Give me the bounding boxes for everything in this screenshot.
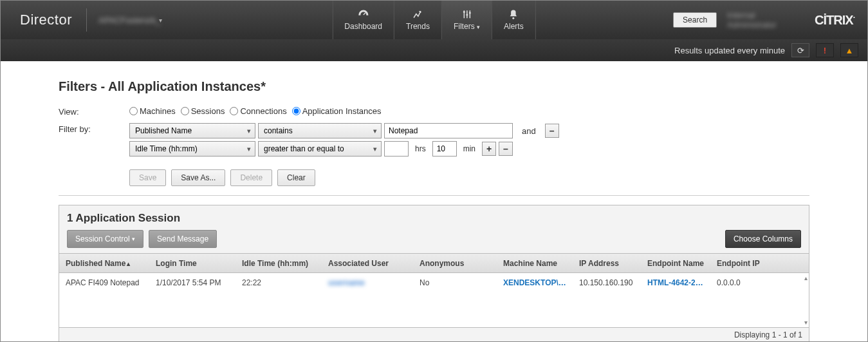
- col-endpoint-ip[interactable]: Endpoint IP: [710, 259, 779, 268]
- grid-body: APAC FI409 Notepad 1/10/2017 5:54 PM 22:…: [59, 273, 809, 327]
- trends-icon: [412, 9, 425, 21]
- view-label: View:: [59, 106, 129, 117]
- col-anonymous[interactable]: Anonymous: [413, 259, 497, 268]
- top-bar: Director APACFostersrb_ ▾ Dashboard Tren…: [1, 1, 867, 39]
- status-bar: Results updated every minute ⟳ ! ▲: [1, 39, 867, 61]
- filters-icon: [460, 9, 473, 21]
- svg-rect-3: [463, 10, 465, 18]
- filter-field-select[interactable]: Published Name: [129, 123, 255, 138]
- top-right: Search Internal Administrator CİTRIX·: [673, 10, 854, 30]
- brand: Director: [1, 12, 86, 28]
- page-title: Filters - All Application Instances*: [59, 79, 809, 94]
- sort-asc-icon: ▴: [127, 260, 130, 267]
- nav-alerts[interactable]: Alerts: [492, 1, 536, 39]
- chevron-down-icon: ▾: [132, 236, 135, 242]
- cell-endpoint-link[interactable]: HTML-4642-2677: [641, 278, 710, 287]
- nav-filters[interactable]: Filters ▾: [441, 1, 492, 39]
- results-panel: 1 Application Session Session Control ▾ …: [59, 205, 809, 342]
- filter-rows: Published Name contains and – Idle Time …: [129, 123, 559, 186]
- view-sessions[interactable]: Sessions: [181, 106, 225, 116]
- chevron-down-icon: ▾: [477, 24, 480, 30]
- view-machines[interactable]: Machines: [129, 106, 176, 116]
- col-ip-address[interactable]: IP Address: [573, 259, 641, 268]
- filter-actions: Save Save As... Delete Clear: [129, 169, 559, 186]
- citrix-logo: CİTRIX·: [815, 13, 854, 28]
- view-row: View: Machines Sessions Connections Appl…: [59, 106, 809, 117]
- nav-label: Filters ▾: [454, 22, 480, 31]
- col-machine-name[interactable]: Machine Name: [497, 259, 573, 268]
- results-header: 1 Application Session Session Control ▾ …: [59, 205, 809, 253]
- bell-icon: [508, 9, 519, 21]
- svg-point-6: [513, 17, 515, 19]
- filter-min-input[interactable]: [432, 141, 457, 157]
- session-control-button[interactable]: Session Control ▾: [67, 230, 143, 248]
- brand-divider: [86, 8, 87, 32]
- scroll-up-icon[interactable]: ▴: [804, 274, 808, 281]
- cell-endpoint-ip: 0.0.0.0: [710, 278, 779, 287]
- col-login-time[interactable]: Login Time: [149, 259, 235, 268]
- separator: [59, 195, 809, 196]
- exclamation-icon: !: [824, 46, 826, 55]
- filter-line-2: Idle Time (hh:mm) greater than or equal …: [129, 141, 559, 157]
- filter-op-select[interactable]: greater than or equal to: [258, 141, 382, 157]
- grid-footer: Displaying 1 - 1 of 1: [59, 327, 809, 341]
- filter-row: Filter by: Published Name contains and –…: [59, 123, 809, 186]
- add-filter-button[interactable]: +: [482, 142, 496, 156]
- cell-machine-link[interactable]: XENDESKTOP\ap-f40: [497, 278, 573, 287]
- col-associated-user[interactable]: Associated User: [322, 259, 413, 268]
- filter-value-input[interactable]: [384, 123, 513, 138]
- table-row[interactable]: APAC FI409 Notepad 1/10/2017 5:54 PM 22:…: [59, 273, 809, 292]
- nav-dashboard[interactable]: Dashboard: [332, 1, 394, 39]
- results-toolbar: Session Control ▾ Send Message Choose Co…: [67, 230, 801, 248]
- svg-rect-4: [466, 10, 468, 18]
- save-button: Save: [129, 169, 166, 186]
- choose-columns-button[interactable]: Choose Columns: [725, 230, 801, 248]
- filter-line-1: Published Name contains and –: [129, 123, 559, 138]
- nav-label: Trends: [406, 22, 430, 31]
- cell-anon: No: [413, 278, 497, 287]
- view-connections[interactable]: Connections: [230, 106, 286, 116]
- nav-label: Dashboard: [344, 22, 382, 31]
- and-label: and: [522, 126, 536, 136]
- view-app-instances[interactable]: Application Instances: [292, 106, 382, 116]
- refresh-icon: ⟳: [797, 46, 804, 55]
- filter-by-label: Filter by:: [59, 123, 129, 134]
- hrs-label: hrs: [415, 144, 426, 153]
- search-button[interactable]: Search: [673, 12, 717, 28]
- nav-label: Alerts: [504, 22, 524, 31]
- view-radio-group: Machines Sessions Connections Applicatio…: [129, 106, 382, 116]
- remove-filter-button[interactable]: –: [545, 124, 559, 138]
- warning-icon: ▲: [845, 46, 854, 55]
- critical-alerts-button[interactable]: !: [816, 43, 834, 57]
- nav-trends[interactable]: Trends: [394, 1, 441, 39]
- col-endpoint-name[interactable]: Endpoint Name: [641, 259, 710, 268]
- send-message-button[interactable]: Send Message: [149, 230, 217, 248]
- filter-hrs-input[interactable]: [384, 141, 409, 157]
- scroll-down-icon[interactable]: ▾: [804, 319, 808, 326]
- refresh-button[interactable]: ⟳: [791, 43, 809, 57]
- clear-button[interactable]: Clear: [277, 169, 315, 186]
- cell-published: APAC FI409 Notepad: [59, 278, 149, 287]
- delete-button: Delete: [230, 169, 272, 186]
- results-grid: Published Name▴ Login Time Idle Time (hh…: [59, 253, 809, 341]
- main-content: Filters - All Application Instances* Vie…: [1, 61, 867, 196]
- main-nav: Dashboard Trends Filters ▾ Alerts: [332, 1, 535, 39]
- status-message: Results updated every minute: [674, 46, 785, 55]
- cell-ip: 10.150.160.190: [573, 278, 641, 287]
- filter-field-select[interactable]: Idle Time (hh:mm): [129, 141, 255, 157]
- min-label: min: [463, 144, 476, 153]
- filter-op-select[interactable]: contains: [258, 123, 382, 138]
- svg-rect-5: [469, 10, 470, 18]
- warning-alerts-button[interactable]: ▲: [840, 43, 858, 57]
- grid-header: Published Name▴ Login Time Idle Time (hh…: [59, 254, 809, 273]
- col-idle-time[interactable]: Idle Time (hh:mm): [235, 259, 322, 268]
- remove-filter-button[interactable]: –: [499, 142, 513, 156]
- site-dropdown[interactable]: APACFostersrb_: [98, 15, 156, 25]
- user-menu[interactable]: Internal Administrator: [727, 10, 804, 30]
- cell-idle: 22:22: [235, 278, 322, 287]
- col-published-name[interactable]: Published Name▴: [59, 259, 149, 268]
- cell-user[interactable]: username: [322, 278, 413, 287]
- gauge-icon: [356, 9, 371, 21]
- results-title: 1 Application Session: [67, 212, 801, 225]
- save-as-button[interactable]: Save As...: [171, 169, 225, 186]
